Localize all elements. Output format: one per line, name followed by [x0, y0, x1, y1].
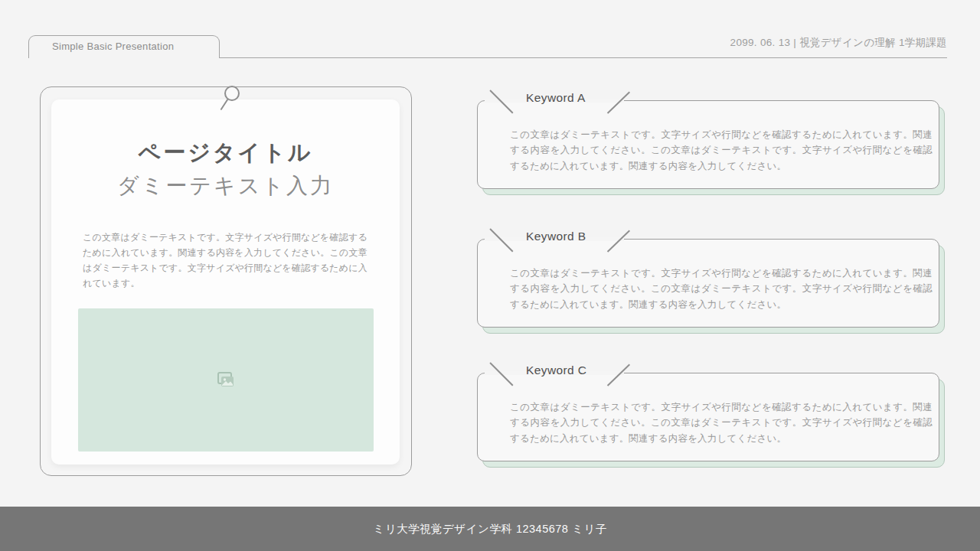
keyword-title: Keyword C: [526, 364, 586, 377]
header-rule: [220, 57, 947, 59]
card-face: この文章はダミーテキストです。文字サイズや行間などを確認するために入れています。…: [477, 239, 939, 328]
pin-icon: [224, 86, 240, 101]
keyword-title: Keyword B: [526, 230, 586, 243]
card-face: この文章はダミーテキストです。文字サイズや行間などを確認するために入れています。…: [477, 100, 939, 189]
left-panel-inner: ページタイトル ダミーテキスト入力 この文章はダミーテキストです。文字サイズや行…: [51, 99, 400, 465]
keyword-card-c: この文章はダミーテキストです。文字サイズや行間などを確認するために入れています。…: [477, 373, 939, 461]
image-placeholder: [78, 308, 374, 452]
presentation-slide: Simple Basic Presentation 2099. 06. 13 |…: [0, 0, 980, 551]
keyword-body-text: この文章はダミーテキストです。文字サイズや行間などを確認するために入れています。…: [510, 127, 933, 174]
keyword-title: Keyword A: [526, 91, 586, 105]
keyword-body-text: この文章はダミーテキストです。文字サイズや行間などを確認するために入れています。…: [510, 399, 933, 446]
page-body-text: この文章はダミーテキストです。文字サイズや行間などを確認するために入れています。…: [83, 230, 368, 291]
keyword-card-b: この文章はダミーテキストです。文字サイズや行間などを確認するために入れています。…: [477, 239, 939, 328]
left-panel: ページタイトル ダミーテキスト入力 この文章はダミーテキストです。文字サイズや行…: [40, 86, 412, 476]
page-title: ページタイトル: [51, 138, 400, 168]
footer-text: ミリ大学視覚デザイン学科 12345678 ミリ子: [373, 522, 606, 536]
image-icon: [216, 370, 236, 390]
page-subtitle: ダミーテキスト入力: [51, 171, 400, 201]
card-face: この文章はダミーテキストです。文字サイズや行間などを確認するために入れています。…: [477, 373, 939, 461]
keyword-body-text: この文章はダミーテキストです。文字サイズや行間などを確認するために入れています。…: [510, 266, 933, 312]
tab-label: Simple Basic Presentation: [29, 36, 219, 57]
footer-bar: ミリ大学視覚デザイン学科 12345678 ミリ子: [0, 507, 980, 551]
header-date: 2099. 06. 13 | 視覚デザインの理解 1学期課題: [730, 36, 947, 50]
presentation-tab: Simple Basic Presentation: [28, 35, 220, 58]
keyword-card-a: この文章はダミーテキストです。文字サイズや行間などを確認するために入れています。…: [477, 100, 939, 189]
